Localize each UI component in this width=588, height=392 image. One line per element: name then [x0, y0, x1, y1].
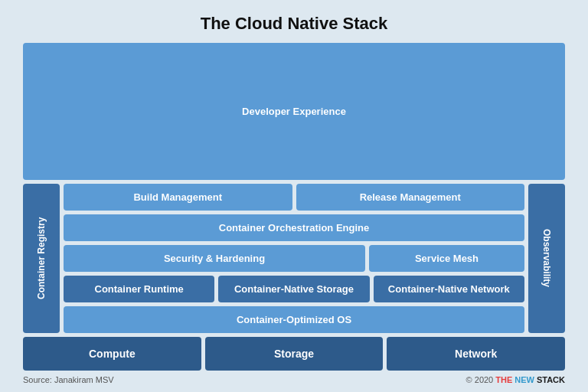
- source-label: Source: Janakiram MSV: [23, 375, 114, 384]
- build-management-cell: Build Management: [64, 184, 292, 211]
- orchestration-cell: Container Orchestration Engine: [64, 214, 524, 241]
- compute-cell: Compute: [23, 337, 201, 371]
- release-management-cell: Release Management: [296, 184, 525, 211]
- runtime-storage-network-row: Container Runtime Container-Native Stora…: [64, 276, 524, 302]
- diagram: Developer Experience Container Registry …: [23, 43, 565, 371]
- sec-mesh-row: Security & Hardening Service Mesh: [64, 245, 524, 272]
- observability-label: Observability: [528, 184, 565, 333]
- page: The Cloud Native Stack Developer Experie…: [0, 0, 588, 392]
- brand-stack: STACK: [537, 375, 565, 384]
- brand-the: THE: [495, 375, 512, 384]
- orchestration-row: Container Orchestration Engine: [64, 214, 524, 241]
- container-native-storage-cell: Container-Native Storage: [218, 276, 369, 302]
- build-release-row: Build Management Release Management: [64, 184, 524, 211]
- middle-section: Container Registry Build Management Rele…: [23, 184, 565, 333]
- page-title: The Cloud Native Stack: [23, 14, 565, 34]
- container-native-network-cell: Container-Native Network: [374, 276, 524, 302]
- storage-cell: Storage: [205, 337, 384, 371]
- footer: Source: Janakiram MSV © 2020 THENEWSTACK: [23, 375, 565, 384]
- optimized-os-row: Container-Optimized OS: [64, 306, 524, 333]
- brand-new: NEW: [514, 375, 534, 384]
- dev-exp-row: Developer Experience: [23, 43, 565, 180]
- inner-stack: Build Management Release Management Cont…: [64, 184, 524, 333]
- copyright-year: © 2020: [466, 375, 494, 384]
- network-cell: Network: [387, 337, 565, 371]
- service-mesh-cell: Service Mesh: [369, 245, 524, 272]
- bottom-row: Compute Storage Network: [23, 337, 565, 371]
- container-registry-label: Container Registry: [23, 184, 60, 333]
- optimized-os-cell: Container-Optimized OS: [64, 306, 524, 333]
- brand: © 2020 THENEWSTACK: [466, 375, 565, 384]
- security-cell: Security & Hardening: [64, 245, 365, 272]
- container-runtime-cell: Container Runtime: [64, 276, 214, 302]
